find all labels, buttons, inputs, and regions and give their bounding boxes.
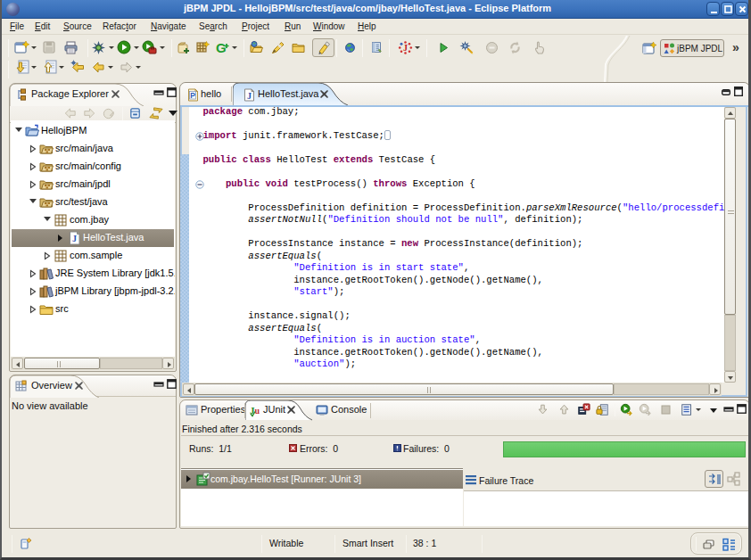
svg-text:G: G — [216, 40, 227, 55]
svg-text:J: J — [247, 91, 252, 101]
svg-text:J: J — [403, 43, 408, 53]
svg-text:u: u — [255, 406, 260, 416]
svg-text:P: P — [190, 91, 195, 100]
svg-text:J: J — [72, 234, 77, 243]
